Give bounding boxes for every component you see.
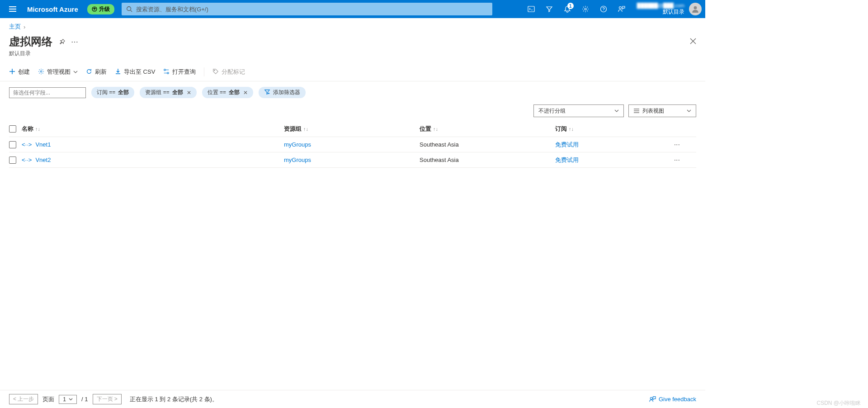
avatar[interactable] [689,3,702,15]
page-subtitle: 默认目录 [0,50,705,64]
feedback-button[interactable] [613,0,630,18]
create-button[interactable]: 创建 [9,68,30,76]
help-icon [600,5,607,13]
rg-link[interactable]: myGroups [284,157,311,163]
toolbar-separator [204,67,204,76]
search-input[interactable] [136,6,488,13]
resource-name-link[interactable]: Vnet1 [35,141,51,148]
svg-point-7 [585,8,586,10]
chevron-down-icon [614,109,619,113]
title-actions: ⋯ [59,38,78,46]
upgrade-button[interactable]: 升级 [87,4,114,14]
location-cell: Southeast Asia [420,157,555,163]
table-header: 名称↑↓ 资源组↑↓ 位置↑↓ 订阅↑↓ [9,121,696,137]
download-icon [115,68,121,76]
row-more-menu[interactable]: ··· [664,156,682,164]
assign-tags-button: 分配标记 [212,68,245,76]
filter-row: 订阅 == 全部 资源组 == 全部✕ 位置 == 全部✕ 添加筛选器 [0,81,705,103]
filter-resource-group[interactable]: 资源组 == 全部✕ [140,87,196,98]
refresh-icon [86,68,92,76]
resource-table: 名称↑↓ 资源组↑↓ 位置↑↓ 订阅↑↓ <··>Vnet1 myGroups … [0,121,705,168]
svg-point-9 [619,7,621,9]
col-resource-group[interactable]: 资源组↑↓ [284,125,420,133]
upgrade-label: 升级 [99,5,110,13]
settings-button[interactable] [577,0,594,18]
plus-icon [9,68,15,76]
hamburger-menu[interactable] [4,0,22,18]
breadcrumb-home[interactable]: 主页 [9,23,21,31]
avatar-icon [691,5,699,13]
rg-link[interactable]: myGroups [284,141,311,148]
filter-input[interactable] [9,87,86,98]
add-filter-button[interactable]: 添加筛选器 [259,87,306,98]
table-row[interactable]: <··>Vnet1 myGroups Southeast Asia 免费试用 ·… [9,137,696,152]
help-button[interactable] [595,0,612,18]
chevron-down-icon [73,70,78,74]
svg-rect-6 [528,6,534,12]
cloud-shell-button[interactable] [523,0,539,18]
search-box[interactable] [122,3,492,15]
svg-point-17 [167,72,169,74]
chevron-down-icon [687,109,691,113]
chevron-right-icon: › [24,24,25,30]
col-subscription[interactable]: 订阅↑↓ [555,125,664,133]
tag-icon [212,68,219,76]
col-name[interactable]: 名称↑↓ [22,125,284,133]
filter-location[interactable]: 位置 == 全部✕ [202,87,253,98]
pin-icon[interactable] [59,38,66,45]
location-cell: Southeast Asia [420,141,555,148]
svg-point-4 [127,7,131,11]
user-area[interactable]: ██████@███.com 默认目录 [637,2,684,16]
svg-point-18 [214,70,215,71]
vnet-icon: <··> [22,141,32,148]
col-location[interactable]: 位置↑↓ [420,125,555,133]
cloud-shell-icon [528,5,535,13]
page-title: 虚拟网络 [9,34,52,49]
query-icon [163,68,170,76]
sort-icon: ↑↓ [433,126,438,132]
add-filter-icon [264,89,270,96]
subscription-link[interactable]: 免费试用 [555,141,579,148]
row-checkbox[interactable] [9,157,16,164]
upgrade-icon [92,6,97,12]
user-email: ██████@███.com [637,2,684,9]
vnet-icon: <··> [22,157,32,163]
gear-icon [38,68,44,76]
resource-name-link[interactable]: Vnet2 [35,157,51,163]
select-all-checkbox[interactable] [9,125,16,133]
svg-point-16 [164,69,166,71]
sort-icon: ↑↓ [569,126,574,132]
title-row: 虚拟网络 ⋯ [0,33,705,50]
notifications-button[interactable]: 1 [559,0,576,18]
filter-subscription[interactable]: 订阅 == 全部 [91,87,134,98]
view-mode-select[interactable]: 列表视图 [628,104,696,117]
directories-button[interactable] [541,0,557,18]
more-menu[interactable]: ⋯ [71,38,78,46]
list-icon [633,108,640,114]
export-csv-button[interactable]: 导出至 CSV [115,68,155,76]
person-feedback-icon [618,5,625,13]
notification-badge: 1 [567,3,574,9]
row-checkbox[interactable] [9,141,16,148]
row-more-menu[interactable]: ··· [664,141,682,149]
user-directory: 默认目录 [663,9,684,16]
toolbar: 创建 管理视图 刷新 导出至 CSV 打开查询 分配标记 [0,64,705,81]
svg-line-5 [130,10,132,12]
remove-filter[interactable]: ✕ [187,90,191,96]
sort-icon: ↑↓ [35,126,40,132]
subscription-link[interactable]: 免费试用 [555,157,579,163]
manage-view-button[interactable]: 管理视图 [38,68,78,76]
refresh-button[interactable]: 刷新 [86,68,107,76]
gear-icon [582,5,589,13]
top-header: Microsoft Azure 升级 1 ██████@███.com 默认目录 [0,0,705,18]
svg-rect-0 [9,6,16,7]
header-icons: 1 ██████@███.com 默认目录 [523,0,702,18]
table-row[interactable]: <··>Vnet2 myGroups Southeast Asia 免费试用 ·… [9,152,696,168]
group-by-select[interactable]: 不进行分组 [533,104,624,117]
brand-label[interactable]: Microsoft Azure [27,5,78,13]
breadcrumb: 主页 › [0,18,705,33]
view-row: 不进行分组 列表视图 [0,103,705,121]
remove-filter[interactable]: ✕ [243,90,248,96]
open-query-button[interactable]: 打开查询 [163,68,196,76]
close-button[interactable] [690,38,696,46]
